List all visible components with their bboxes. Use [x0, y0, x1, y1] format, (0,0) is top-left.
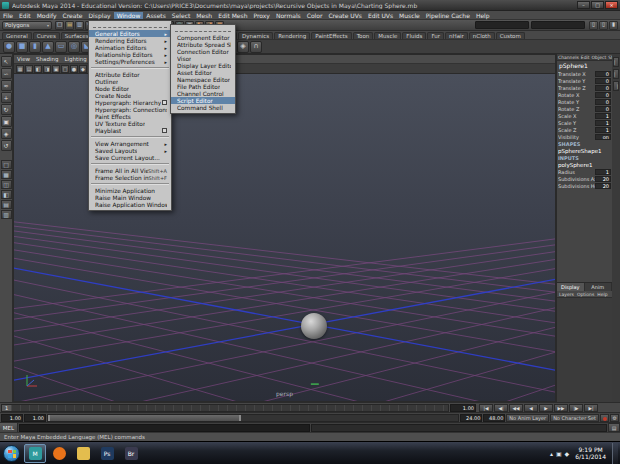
maximize-button[interactable]: □ — [591, 1, 604, 9]
general-editors-connection-editor[interactable]: Connection Editor ▸ — [171, 48, 235, 55]
range-slider-bar[interactable] — [48, 415, 241, 421]
layout-persp-uv[interactable]: ▥ — [1, 210, 12, 219]
menu-file[interactable]: File — [0, 12, 16, 19]
bridge-icon[interactable]: ∩ — [250, 41, 262, 53]
window-menu-create-node[interactable]: Create Node ▸ — [89, 92, 171, 99]
window-menu-rendering-editors[interactable]: Rendering Editors ▸ — [89, 37, 171, 44]
save-scene-icon[interactable]: ▥ — [75, 21, 84, 30]
menu-mesh[interactable]: Mesh — [193, 12, 215, 19]
window-menu-frame-selection-in-all-views[interactable]: Frame Selection in All Views Shift+F ▸ — [89, 174, 171, 181]
close-button[interactable]: × — [605, 1, 618, 9]
channel-visibility[interactable]: Visibility on — [557, 133, 612, 140]
general-editors-asset-editor[interactable]: Asset Editor ▸ — [171, 69, 235, 76]
option-box-icon[interactable] — [162, 128, 167, 133]
general-editors-channel-control[interactable]: Channel Control ▸ — [171, 90, 235, 97]
attribute-editor-toggle[interactable]: ▯ — [589, 21, 598, 30]
two-d-pan-zoom-icon[interactable]: ◨ — [43, 65, 51, 73]
window-menu-uv-texture-editor[interactable]: UV Texture Editor ▸ — [89, 120, 171, 127]
network-icon[interactable]: ▣ — [556, 450, 562, 457]
shelf-tab-muscle[interactable]: Muscle — [374, 32, 401, 39]
taskbar-maya[interactable]: M — [24, 444, 46, 463]
channel-rotate-z[interactable]: Rotate Z 0 — [557, 105, 612, 112]
auto-keyframe-toggle[interactable] — [600, 414, 609, 422]
window-menu-item[interactable]: ▸ — [91, 136, 169, 138]
new-scene-icon[interactable]: □ — [55, 21, 64, 30]
window-menu-raise-application-windows[interactable]: Raise Application Windows ▸ — [89, 201, 171, 208]
last-tool[interactable]: ↺ — [1, 140, 12, 151]
channel-box-toggle[interactable]: ▮ — [609, 21, 618, 30]
channel-translate-y[interactable]: Translate Y 0 — [557, 77, 612, 84]
layout-single-pane[interactable]: □ — [1, 160, 12, 169]
shelf-tab-nhair[interactable]: nHair — [445, 32, 468, 39]
play-forwards-button[interactable]: ▶ — [539, 404, 553, 412]
select-tool[interactable]: ↖ — [1, 56, 12, 67]
grease-pencil-icon[interactable]: ▣ — [52, 65, 60, 73]
menu-edit[interactable]: Edit — [16, 12, 34, 19]
window-menu-playblast[interactable]: Playblast ▸ — [89, 127, 171, 134]
panel-menu-shading[interactable]: Shading — [33, 56, 61, 62]
window-menu-frame-all-in-all-views[interactable]: Frame All in All Views Shift+A ▸ — [89, 167, 171, 174]
layer-list[interactable] — [557, 298, 612, 402]
general-editors-namespace-editor[interactable]: Namespace Editor ▸ — [171, 76, 235, 83]
taskbar-clock[interactable]: 9:19 PM 6/11/2014 — [572, 446, 609, 460]
image-plane-icon[interactable]: ◧ — [34, 65, 42, 73]
window-menu-saved-layouts[interactable]: Saved Layouts ▸ — [89, 147, 171, 154]
window-menu-item[interactable]: ▸ — [91, 163, 169, 165]
menu-assets[interactable]: Assets — [143, 12, 169, 19]
layer-tab-anim[interactable]: Anim — [585, 283, 613, 291]
layout-four-view[interactable]: ▦ — [1, 170, 12, 179]
playback-end-field[interactable]: 24.00 — [460, 414, 482, 422]
camera-attributes-icon[interactable]: ▦ — [16, 65, 24, 73]
window-menu-save-current-layout[interactable]: Save Current Layout... ▸ — [89, 154, 171, 161]
menu-window[interactable]: Window — [114, 12, 144, 19]
tool-settings-tab[interactable]: ▏ — [613, 69, 619, 79]
taskbar-firefox[interactable] — [48, 444, 70, 463]
move-tool[interactable]: + — [1, 92, 12, 103]
animation-preferences-button[interactable]: ⚙ — [610, 414, 619, 422]
channel-translate-z[interactable]: Translate Z 0 — [557, 84, 612, 91]
general-editors-attribute-spread-sheet[interactable]: Attribute Spread Sheet ▸ — [171, 41, 235, 48]
channel-subdivisions-height[interactable]: Subdivisions Height 20 — [557, 182, 612, 189]
window-menu-item[interactable]: ▸ — [91, 67, 169, 69]
textured-icon[interactable]: ◆ — [79, 65, 87, 73]
poly-cube-icon[interactable]: ■ — [16, 41, 28, 53]
menu-muscle[interactable]: Muscle — [396, 12, 423, 19]
menu-normals[interactable]: Normals — [273, 12, 304, 19]
channel-box-menu-edit[interactable]: Edit — [581, 55, 590, 60]
volume-icon[interactable]: ◆ — [565, 450, 570, 457]
paint-select-tool[interactable]: ≈ — [1, 80, 12, 91]
channel-subdivisions-axis[interactable]: Subdivisions Axis 20 — [557, 175, 612, 182]
lasso-select-tool[interactable]: ∽ — [1, 68, 12, 79]
menu-set-selector[interactable]: Polygons ▾ — [2, 21, 52, 30]
mel-language-button[interactable]: MEL — [0, 423, 18, 433]
window-menu-item[interactable]: ▸ — [91, 183, 169, 185]
window-menu-view-arrangement[interactable]: View Arrangement ▸ — [89, 140, 171, 147]
channel-polysphere1[interactable]: polySphere1 — [557, 161, 612, 168]
animation-start-field[interactable]: 1.00 — [1, 414, 23, 422]
window-menu-item[interactable]: ▸ — [93, 24, 167, 28]
shelf-tab-fur[interactable]: Fur — [427, 32, 444, 39]
rotate-tool[interactable]: ↻ — [1, 104, 12, 115]
channel-scale-x[interactable]: Scale X 1 — [557, 112, 612, 119]
channel-box-object-name[interactable]: pSphere1 — [557, 61, 612, 70]
poly-sphere-object[interactable] — [301, 313, 327, 339]
shelf-tab-curves[interactable]: Curves — [33, 32, 60, 39]
panel-menu-view[interactable]: View — [14, 56, 33, 62]
character-set-dropdown[interactable]: No Character Set — [550, 414, 599, 422]
layer-menu-help[interactable]: Help — [597, 292, 607, 297]
menu-select[interactable]: Select — [169, 12, 194, 19]
poly-plane-icon[interactable]: ▭ — [55, 41, 67, 53]
menu-create-uvs[interactable]: Create UVs — [325, 12, 364, 19]
show-desktop-button[interactable] — [612, 443, 618, 464]
layer-tab-display[interactable]: Display — [557, 283, 585, 291]
menu-color[interactable]: Color — [304, 12, 326, 19]
general-editors-visor[interactable]: Visor ▸ — [171, 55, 235, 62]
option-box-icon[interactable] — [162, 100, 167, 105]
window-menu-hypergraph-hierarchy[interactable]: Hypergraph: Hierarchy ▸ — [89, 99, 171, 106]
shelf-tab-fluids[interactable]: Fluids — [402, 32, 426, 39]
window-menu-outliner[interactable]: Outliner ▸ — [89, 78, 171, 85]
layer-menu-layers[interactable]: Layers — [559, 292, 574, 297]
general-editors-item[interactable]: ▸ — [175, 28, 231, 32]
poly-torus-icon[interactable]: ◎ — [68, 41, 80, 53]
go-to-end-button[interactable]: ▶| — [584, 404, 598, 412]
